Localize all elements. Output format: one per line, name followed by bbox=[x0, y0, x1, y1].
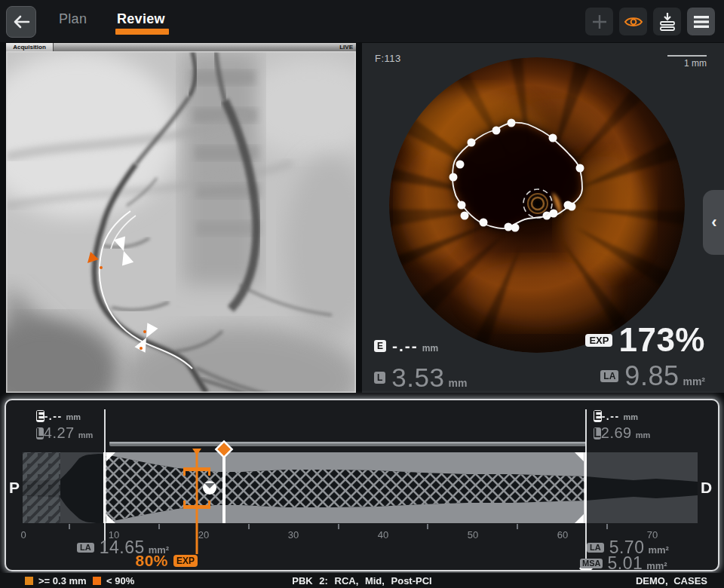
save-archive-icon bbox=[658, 12, 676, 32]
axis-tick-label: 0 bbox=[8, 529, 38, 541]
demo-cases-label: DEMO, CASES bbox=[636, 575, 707, 586]
axis-tick-label: 50 bbox=[458, 529, 488, 541]
eye-icon bbox=[624, 14, 643, 29]
distal-lumen-diameter: L 2.69 mm bbox=[594, 424, 650, 442]
e-badge: E bbox=[594, 410, 602, 422]
longitudinal-view-card: E -.-- mm L 4.27 mm E -.-- mm L 2.69 mm … bbox=[5, 399, 719, 571]
acquisition-bar: LIVE bbox=[6, 43, 356, 51]
la-badge: LA bbox=[587, 543, 604, 553]
live-label: LIVE bbox=[339, 43, 353, 51]
angio-dot-marker bbox=[140, 347, 143, 350]
l-value: 3.53 bbox=[391, 363, 444, 393]
side-drawer-handle[interactable]: ‹ bbox=[703, 190, 724, 255]
distal-label: D bbox=[701, 479, 712, 497]
tab-review[interactable]: Review bbox=[117, 11, 165, 27]
e-unit: mm bbox=[422, 343, 438, 354]
minimum-stent-area: MSA 5.01 mm² bbox=[580, 553, 667, 574]
axis-tick-label: 30 bbox=[278, 529, 308, 541]
mla-ball-marker[interactable] bbox=[203, 481, 216, 495]
axis-tick-label: 40 bbox=[368, 529, 398, 541]
status-bar: >= 0.3 mm < 90% PBK 2: RCA, Mid, Post-PC… bbox=[0, 573, 724, 588]
proximal-lumen-diameter: L 4.27 mm bbox=[36, 424, 93, 442]
l-unit: mm bbox=[448, 377, 467, 389]
la-badge: LA bbox=[77, 543, 94, 553]
distal-expansion-diameter: E -.-- mm bbox=[594, 410, 638, 422]
view-button[interactable] bbox=[619, 8, 647, 35]
axis-tick-label: 20 bbox=[189, 529, 219, 541]
e-badge: E bbox=[374, 340, 386, 352]
no-data-hatch bbox=[23, 452, 60, 523]
menu-button[interactable] bbox=[687, 8, 715, 35]
add-button[interactable] bbox=[585, 8, 613, 35]
oct-expansion-percent: EXP 173% bbox=[585, 321, 705, 359]
e-value: -.-- bbox=[392, 337, 419, 355]
plus-icon bbox=[591, 14, 608, 30]
back-button[interactable] bbox=[6, 6, 36, 38]
xray-image bbox=[6, 51, 356, 393]
oct-panel: F:113 1 mm bbox=[362, 43, 724, 393]
export-button[interactable] bbox=[653, 8, 681, 35]
l-badge: L bbox=[594, 427, 601, 439]
active-tab-underline bbox=[115, 29, 169, 35]
expansion-percent: 80% EXP bbox=[106, 552, 198, 570]
acquisition-tab[interactable]: Acquisition bbox=[6, 43, 54, 51]
exp-badge: EXP bbox=[585, 334, 612, 347]
proximal-expansion-diameter: E -.-- mm bbox=[36, 410, 81, 422]
msa-badge: MSA bbox=[580, 559, 603, 568]
oct-expansion-diameter: E -.-- mm bbox=[374, 337, 438, 355]
oct-lumen-diameter: L 3.53 mm bbox=[374, 363, 467, 393]
angio-dot-marker bbox=[100, 266, 103, 269]
axis-tick-label: 70 bbox=[637, 529, 667, 541]
angiography-viewport[interactable] bbox=[6, 51, 356, 393]
axis-tick-label: 10 bbox=[99, 529, 129, 541]
acquisition-label: Acquisition bbox=[13, 44, 46, 51]
frame-marker-line[interactable] bbox=[222, 455, 225, 523]
la-value: 9.85 bbox=[624, 360, 679, 392]
arrow-left-icon bbox=[12, 14, 30, 29]
oct-lumen-area: LA 9.85 mm² bbox=[600, 360, 705, 392]
proximal-label: P bbox=[9, 479, 20, 497]
exp-badge: EXP bbox=[173, 555, 198, 567]
angio-dot-marker bbox=[143, 330, 146, 333]
axis-tick-label: 60 bbox=[548, 529, 578, 541]
l-badge: L bbox=[374, 372, 385, 384]
tab-plan[interactable]: Plan bbox=[59, 11, 87, 27]
case-label: PBK 2: RCA, Mid, Post-PCI bbox=[0, 575, 724, 586]
la-unit: mm² bbox=[683, 375, 705, 387]
e-badge: E bbox=[36, 410, 44, 422]
chevron-left-icon: ‹ bbox=[711, 214, 716, 231]
top-bar: Plan Review bbox=[0, 0, 724, 42]
la-badge: LA bbox=[600, 370, 618, 382]
l-badge: L bbox=[36, 427, 44, 439]
hamburger-icon bbox=[693, 15, 710, 29]
axis-minor-ticks bbox=[69, 524, 607, 529]
exp-value: 173% bbox=[618, 321, 705, 359]
